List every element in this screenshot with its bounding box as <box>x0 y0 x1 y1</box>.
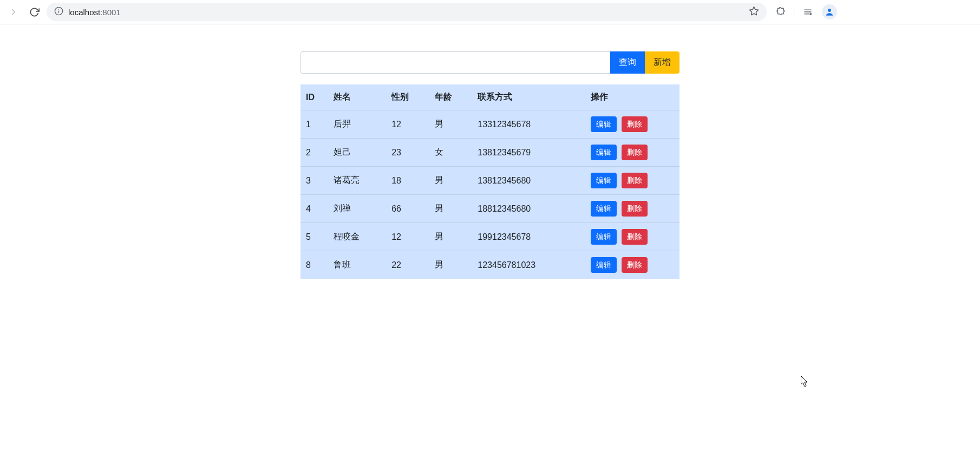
table-row: 4 刘禅 66 男 18812345680 编辑 删除 <box>300 195 680 223</box>
cell-name: 诸葛亮 <box>328 167 386 195</box>
cell-contact: 13812345680 <box>472 167 585 195</box>
edit-button[interactable]: 编辑 <box>591 145 617 160</box>
header-gender: 性别 <box>386 84 429 110</box>
table-row: 2 妲己 23 女 13812345679 编辑 删除 <box>300 139 680 167</box>
query-button[interactable]: 查询 <box>610 51 645 74</box>
header-age: 年龄 <box>429 84 473 110</box>
site-info-icon[interactable] <box>54 6 63 17</box>
browser-actions <box>771 3 839 21</box>
cell-id: 4 <box>300 195 328 223</box>
search-input[interactable] <box>300 51 610 74</box>
cell-contact: 123456781023 <box>472 251 585 279</box>
cell-action: 编辑 删除 <box>585 195 680 223</box>
cell-id: 5 <box>300 223 328 251</box>
forward-button[interactable] <box>5 4 22 20</box>
header-contact: 联系方式 <box>472 84 585 110</box>
cell-action: 编辑 删除 <box>585 251 680 279</box>
delete-button[interactable]: 删除 <box>622 116 648 132</box>
cell-name: 后羿 <box>328 110 386 139</box>
cell-age: 男 <box>429 223 473 251</box>
header-action: 操作 <box>585 84 680 110</box>
data-table: ID 姓名 性别 年龄 联系方式 操作 1 后羿 12 男 1331234567… <box>300 84 680 279</box>
cell-name: 程咬金 <box>328 223 386 251</box>
cell-age: 男 <box>429 167 473 195</box>
cell-gender: 22 <box>386 251 429 279</box>
browser-toolbar: localhost:8001 <box>0 0 980 24</box>
cell-gender: 12 <box>386 110 429 139</box>
cell-age: 男 <box>429 251 473 279</box>
cell-gender: 23 <box>386 139 429 167</box>
cell-contact: 19912345678 <box>472 223 585 251</box>
svg-point-7 <box>828 9 831 12</box>
delete-button[interactable]: 删除 <box>622 173 648 188</box>
cell-id: 2 <box>300 139 328 167</box>
cell-contact: 13812345679 <box>472 139 585 167</box>
page-content: 查询 新增 ID 姓名 性别 年龄 联系方式 操作 1 后羿 12 男 1331… <box>0 24 980 279</box>
delete-button[interactable]: 删除 <box>622 201 648 217</box>
svg-marker-3 <box>750 7 759 15</box>
delete-button[interactable]: 删除 <box>622 229 648 245</box>
table-row: 1 后羿 12 男 13312345678 编辑 删除 <box>300 110 680 139</box>
cell-id: 3 <box>300 167 328 195</box>
cell-action: 编辑 删除 <box>585 223 680 251</box>
cell-gender: 18 <box>386 167 429 195</box>
delete-button[interactable]: 删除 <box>622 257 648 273</box>
edit-button[interactable]: 编辑 <box>591 173 617 188</box>
table-header-row: ID 姓名 性别 年龄 联系方式 操作 <box>300 84 680 110</box>
media-control-icon[interactable] <box>799 3 817 21</box>
extensions-icon[interactable] <box>771 3 789 21</box>
cell-contact: 13312345678 <box>472 110 585 139</box>
cell-action: 编辑 删除 <box>585 139 680 167</box>
table-row: 8 鲁班 22 男 123456781023 编辑 删除 <box>300 251 680 279</box>
cell-id: 8 <box>300 251 328 279</box>
cell-name: 鲁班 <box>328 251 386 279</box>
delete-button[interactable]: 删除 <box>622 145 648 160</box>
edit-button[interactable]: 编辑 <box>591 257 617 273</box>
add-button[interactable]: 新增 <box>645 51 680 74</box>
cell-contact: 18812345680 <box>472 195 585 223</box>
edit-button[interactable]: 编辑 <box>591 201 617 217</box>
main-container: 查询 新增 ID 姓名 性别 年龄 联系方式 操作 1 后羿 12 男 1331… <box>300 51 680 279</box>
url-text: localhost:8001 <box>68 8 121 17</box>
edit-button[interactable]: 编辑 <box>591 229 617 245</box>
cell-age: 女 <box>429 139 473 167</box>
profile-avatar-icon <box>822 4 837 19</box>
profile-button[interactable] <box>820 3 839 21</box>
table-row: 5 程咬金 12 男 19912345678 编辑 删除 <box>300 223 680 251</box>
address-bar[interactable]: localhost:8001 <box>47 3 767 21</box>
header-id: ID <box>300 84 328 110</box>
cell-gender: 66 <box>386 195 429 223</box>
edit-button[interactable]: 编辑 <box>591 116 617 132</box>
header-name: 姓名 <box>328 84 386 110</box>
cell-action: 编辑 删除 <box>585 110 680 139</box>
reload-button[interactable] <box>26 4 42 20</box>
cell-gender: 12 <box>386 223 429 251</box>
search-bar: 查询 新增 <box>300 51 680 74</box>
cell-age: 男 <box>429 195 473 223</box>
cell-id: 1 <box>300 110 328 139</box>
table-row: 3 诸葛亮 18 男 13812345680 编辑 删除 <box>300 167 680 195</box>
cell-age: 男 <box>429 110 473 139</box>
cell-action: 编辑 删除 <box>585 167 680 195</box>
toolbar-divider <box>794 7 794 17</box>
cell-name: 刘禅 <box>328 195 386 223</box>
cell-name: 妲己 <box>328 139 386 167</box>
bookmark-star-icon[interactable] <box>749 6 759 18</box>
